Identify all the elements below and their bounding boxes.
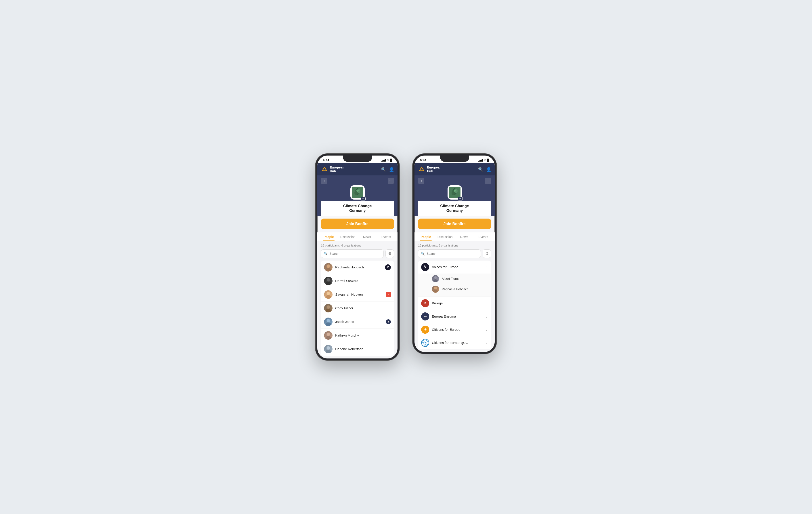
- search-icon-right: 🔍: [421, 252, 425, 255]
- org-name-citizens-gug: Citizens for Europe gUG: [432, 341, 483, 345]
- avatar-jacob: [324, 318, 332, 326]
- member-avatar-albert: [432, 275, 439, 282]
- tab-people-left[interactable]: People: [319, 233, 338, 241]
- svg-text:B: B: [388, 294, 389, 296]
- search-box-right: 🔍: [418, 249, 481, 258]
- tab-discussion-right[interactable]: Discussion: [435, 233, 455, 241]
- gear-button-right[interactable]: ⚙: [483, 249, 491, 258]
- svg-point-35: [434, 287, 437, 290]
- join-button-right[interactable]: Join Bonfire: [418, 219, 491, 229]
- app-header-right: EuropeanHub 🔍 👤: [414, 163, 495, 175]
- tab-discussion-left[interactable]: Discussion: [338, 233, 357, 241]
- badge-v-raphaela: V: [385, 264, 391, 270]
- person-name-darlene: Darlene Robertson: [335, 347, 391, 351]
- back-button-left[interactable]: ‹: [321, 178, 327, 184]
- svg-point-17: [326, 309, 331, 313]
- badge-red-savannah: B: [386, 292, 391, 297]
- profile-icon-header-right[interactable]: 👤: [486, 167, 491, 172]
- person-row-darrell: Darrell Steward: [321, 274, 394, 288]
- scene: 9:41 ⊙ ▉: [316, 154, 496, 360]
- person-row-kathryn: Kathryn Murphy: [321, 329, 394, 342]
- person-row-cody: Cody Fisher: [321, 301, 394, 315]
- org-header-ensuma[interactable]: EU Europa Ensuma ⌄: [418, 310, 491, 323]
- svg-point-9: [326, 281, 331, 285]
- person-name-kathryn: Kathryn Murphy: [335, 333, 391, 337]
- person-row-savannah: Savannah Nguyen B: [321, 288, 394, 301]
- join-button-left[interactable]: Join Bonfire: [321, 219, 394, 229]
- member-avatar-raphaela: [432, 286, 439, 293]
- battery-icon: ▉: [390, 159, 392, 162]
- svg-point-23: [326, 336, 331, 340]
- wifi-icon: ⊙: [387, 159, 389, 162]
- svg-point-26: [326, 350, 331, 353]
- org-avatar-citizens-gug: [421, 339, 429, 347]
- member-row-albert: Albert Flores: [432, 274, 488, 284]
- status-icons-right: ⊙ ▉: [478, 159, 489, 162]
- person-name-cody: Cody Fisher: [335, 306, 391, 310]
- header-actions-left: 🔍 👤: [381, 167, 394, 172]
- more-button-left[interactable]: ⋯: [388, 178, 394, 184]
- org-header-citizens-gug[interactable]: Citizens for Europe gUG ⌄: [418, 336, 491, 349]
- group-avatar-wrap-right: DE: [447, 185, 462, 199]
- search-row-left: 🔍 ⚙: [321, 249, 394, 258]
- org-row-citizens: ✦ Citizens for Europe ⌄: [418, 323, 491, 336]
- svg-text:B: B: [424, 302, 426, 305]
- group-info-right: Climate Change Germany: [418, 201, 491, 216]
- svg-text:EU: EU: [424, 316, 427, 318]
- status-bar-right: 9:41 ⊙ ▉: [414, 156, 495, 163]
- svg-point-32: [454, 190, 456, 192]
- tab-news-right[interactable]: News: [455, 233, 474, 241]
- de-badge-right: DE: [458, 197, 463, 200]
- status-time-left: 9:41: [323, 158, 329, 162]
- app-name-left: EuropeanHub: [330, 166, 344, 173]
- avatar-kathryn: [324, 331, 332, 340]
- person-row-darlene: Darlene Robertson: [321, 342, 394, 356]
- chevron-down-ensuma: ⌄: [485, 315, 488, 318]
- profile-icon-header-left[interactable]: 👤: [389, 167, 394, 172]
- svg-point-46: [425, 342, 426, 343]
- search-icon-header-right[interactable]: 🔍: [478, 167, 483, 172]
- tab-events-right[interactable]: Events: [474, 233, 493, 241]
- signal-icon: [381, 159, 386, 162]
- search-input-left[interactable]: [329, 252, 381, 255]
- member-row-raphaela2: Raphaela Hobbach: [432, 284, 488, 294]
- org-name-ensuma: Europa Ensuma: [432, 315, 483, 318]
- svg-point-20: [326, 323, 331, 326]
- tab-news-left[interactable]: News: [357, 233, 377, 241]
- signal-icon-right: [478, 159, 483, 162]
- org-header-citizens[interactable]: ✦ Citizens for Europe ⌄: [418, 323, 491, 336]
- person-name-savannah: Savannah Nguyen: [335, 293, 383, 296]
- person-row-raphaela: Raphaela Hobbach V: [321, 261, 394, 274]
- avatar-raphaela: [324, 263, 332, 272]
- search-input-right[interactable]: [427, 252, 478, 255]
- de-badge-left: DE: [361, 197, 366, 200]
- org-avatar-bruegel: B: [421, 299, 429, 307]
- svg-point-24: [327, 333, 330, 336]
- tab-events-left[interactable]: Events: [377, 233, 396, 241]
- group-avatar-wrap-left: DE: [350, 185, 365, 199]
- org-header-bruegel[interactable]: B Bruegel ⌄: [418, 297, 491, 310]
- org-header-voices[interactable]: V Voices for Europe ⌃: [418, 261, 491, 274]
- people-list-left: Raphaela Hobbach V Darrell Steward Sav: [321, 261, 394, 356]
- tab-people-right[interactable]: People: [416, 233, 435, 241]
- group-banner-left: ‹ ⋯ DE: [317, 175, 398, 216]
- participants-label-left: 16 participants, 6 organisations: [321, 244, 394, 247]
- tabs-right: People Discussion News Events: [414, 233, 495, 241]
- avatar-darrell: [324, 277, 332, 285]
- status-icons-left: ⊙ ▉: [381, 159, 392, 162]
- org-row-citizens-gug: Citizens for Europe gUG ⌄: [418, 336, 491, 349]
- svg-point-33: [434, 276, 437, 279]
- participants-label-right: 16 participants, 6 organisations: [418, 244, 491, 247]
- gear-button-left[interactable]: ⚙: [385, 249, 394, 258]
- status-time-right: 9:41: [420, 158, 427, 162]
- back-button-right[interactable]: ‹: [418, 178, 424, 184]
- more-button-right[interactable]: ⋯: [485, 178, 491, 184]
- app-logo-left: EuropeanHub: [321, 166, 344, 173]
- search-box-left: 🔍: [321, 249, 384, 258]
- org-name-citizens: Citizens for Europe: [432, 328, 483, 331]
- avatar-savannah: [324, 290, 332, 299]
- app-name-right: EuropeanHub: [427, 166, 441, 173]
- search-icon-header-left[interactable]: 🔍: [381, 167, 386, 172]
- app-header-left: EuropeanHub 🔍 👤: [317, 163, 398, 175]
- person-name-raphaela: Raphaela Hobbach: [335, 265, 382, 269]
